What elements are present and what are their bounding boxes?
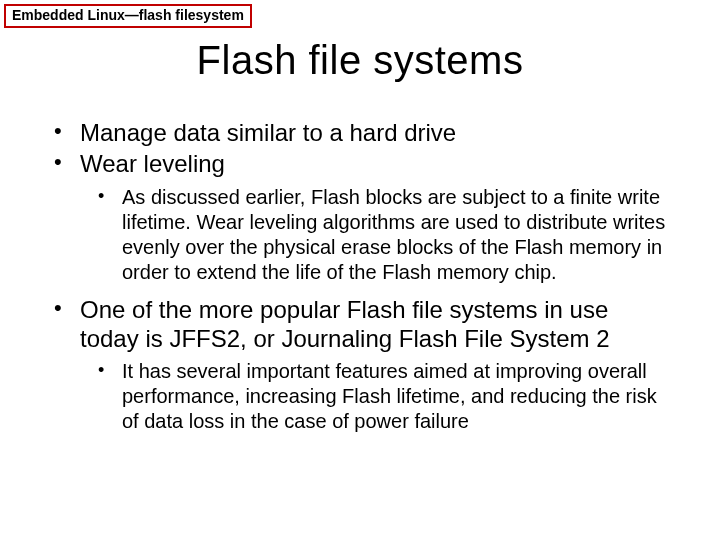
header-badge: Embedded Linux—flash filesystem: [4, 4, 252, 28]
bullet-item: Wear leveling As discussed earlier, Flas…: [50, 149, 670, 284]
sub-bullet-text: It has several important features aimed …: [122, 360, 657, 432]
sub-bullet-list: As discussed earlier, Flash blocks are s…: [80, 185, 670, 285]
bullet-text: Manage data similar to a hard drive: [80, 119, 456, 146]
sub-bullet-item: As discussed earlier, Flash blocks are s…: [80, 185, 670, 285]
sub-bullet-list: It has several important features aimed …: [80, 359, 670, 434]
slide-body: Manage data similar to a hard drive Wear…: [50, 118, 670, 444]
bullet-text: Wear leveling: [80, 150, 225, 177]
bullet-item: Manage data similar to a hard drive: [50, 118, 670, 147]
bullet-item: One of the more popular Flash file syste…: [50, 295, 670, 435]
slide-title: Flash file systems: [0, 38, 720, 83]
bullet-text: One of the more popular Flash file syste…: [80, 296, 610, 352]
bullet-list: Manage data similar to a hard drive Wear…: [50, 118, 670, 434]
slide: Embedded Linux—flash filesystem Flash fi…: [0, 0, 720, 540]
sub-bullet-text: As discussed earlier, Flash blocks are s…: [122, 186, 665, 283]
header-badge-text: Embedded Linux—flash filesystem: [12, 7, 244, 23]
sub-bullet-item: It has several important features aimed …: [80, 359, 670, 434]
